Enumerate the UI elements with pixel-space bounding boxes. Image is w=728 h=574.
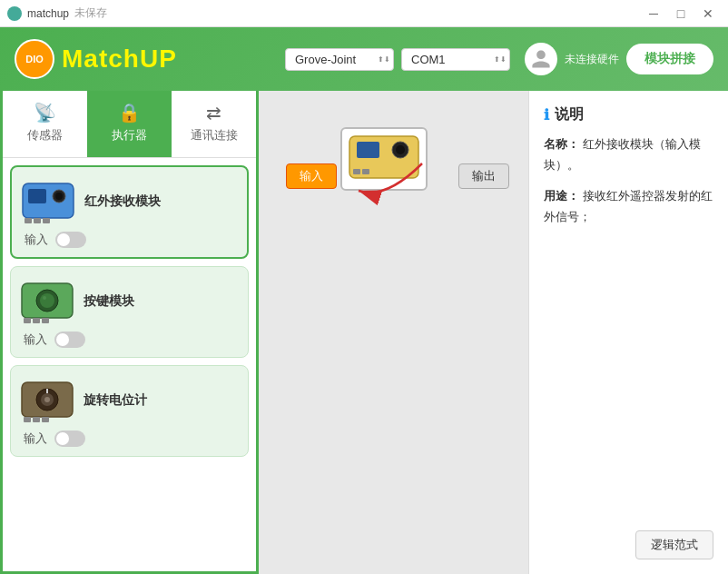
svg-rect-23 (357, 142, 379, 158)
tab-actuator-label: 执行器 (112, 127, 147, 144)
canvas-input-block[interactable]: 输入 (286, 163, 337, 189)
module-pot-img (20, 375, 74, 425)
module-list: 红外接收模块 输入 (3, 158, 256, 571)
svg-rect-26 (353, 169, 360, 174)
canvas-output-block[interactable]: 输出 (458, 163, 509, 189)
module-btn-img (20, 276, 74, 326)
app-subtitle: 未保存 (74, 5, 107, 21)
module-btn-top: 按键模块 (20, 276, 239, 326)
tab-comms[interactable]: ⇄ 通讯连接 (172, 91, 256, 157)
main-content: 📡 传感器 🔒 执行器 ⇄ 通讯连接 (0, 91, 728, 574)
logo-match: Match (62, 45, 140, 73)
module-ir-bottom: 输入 (21, 232, 238, 248)
svg-point-3 (55, 193, 63, 200)
output-label: 输出 (472, 169, 496, 183)
user-icon (530, 48, 552, 70)
svg-point-9 (40, 293, 54, 308)
connect-area: 未连接硬件 模块拼接 (525, 43, 713, 75)
svg-rect-11 (24, 318, 31, 323)
info-name-label: 名称： (544, 137, 579, 151)
logo-area: DIO MatchUP (15, 39, 177, 79)
canvas-area[interactable]: 输入 输出 (259, 91, 528, 574)
tab-comms-label: 通讯连接 (191, 127, 238, 144)
titlebar: matchup 未保存 ─ □ ✕ (0, 0, 728, 27)
logo-up: UP (140, 45, 177, 73)
tab-sensor[interactable]: 📡 传感器 (3, 91, 87, 157)
svg-rect-1 (28, 189, 46, 203)
pot-module-svg (20, 375, 74, 425)
module-pot-toggle[interactable] (54, 430, 85, 447)
app-title: matchup (27, 7, 69, 20)
info-title: 说明 (555, 105, 584, 124)
module-ir-toggle[interactable] (55, 232, 86, 248)
titlebar-left: matchup 未保存 (7, 5, 107, 21)
svg-point-18 (44, 397, 50, 402)
app-icon (7, 6, 22, 21)
actuator-icon: 🔒 (118, 102, 141, 124)
comms-icon: ⇄ (206, 102, 221, 124)
module-btn-toggle[interactable] (54, 332, 85, 348)
device-select-wrapper: Grove-Joint (285, 48, 394, 71)
tab-actuator[interactable]: 🔒 执行器 (87, 91, 172, 157)
device-select[interactable]: Grove-Joint (285, 48, 394, 71)
btn-module-svg (20, 276, 74, 326)
module-ir-receiver[interactable]: 红外接收模块 输入 (10, 165, 249, 259)
logo-badge: DIO (15, 39, 54, 79)
module-pot-top: 旋转电位计 (20, 375, 239, 425)
module-pot-bottom: 输入 (20, 430, 239, 447)
ir-module-svg (21, 176, 75, 226)
info-usage-label: 用途： (544, 189, 579, 203)
canvas-module-svg (348, 134, 420, 180)
svg-point-10 (43, 296, 46, 300)
module-ir-type: 输入 (25, 232, 48, 248)
input-label: 输入 (300, 169, 323, 183)
user-avatar (525, 43, 557, 75)
svg-rect-4 (25, 218, 32, 223)
module-ir-top: 红外接收模块 (21, 176, 238, 226)
module-button[interactable]: 按键模块 输入 (10, 266, 249, 358)
titlebar-controls: ─ □ ✕ (641, 4, 721, 24)
sensor-icon: 📡 (34, 102, 56, 124)
module-potentiometer[interactable]: 旋转电位计 输入 (10, 365, 249, 457)
module-btn-name: 按键模块 (84, 293, 134, 310)
svg-rect-6 (43, 218, 50, 223)
module-ir-name: 红外接收模块 (84, 193, 161, 210)
svg-rect-12 (33, 318, 40, 323)
logic-btn[interactable]: 逻辑范式 (635, 530, 713, 559)
module-pot-name: 旋转电位计 (84, 392, 147, 409)
port-select-wrapper: COM1 (401, 48, 510, 71)
maximize-button[interactable]: □ (668, 4, 694, 24)
info-panel: ℹ 说明 名称： 红外接收模块（输入模块）。 用途： 接收红外遥控器发射的红外信… (528, 91, 728, 574)
device-dropdown-group: Grove-Joint COM1 (285, 48, 510, 71)
svg-point-25 (396, 145, 405, 154)
module-btn-bottom: 输入 (20, 332, 239, 348)
canvas-module-block[interactable] (340, 127, 428, 191)
header: DIO MatchUP Grove-Joint COM1 未连接硬件 模块拼接 (0, 27, 728, 91)
minimize-button[interactable]: ─ (641, 4, 666, 24)
tab-sensor-label: 传感器 (27, 127, 63, 144)
connect-status: 未连接硬件 (565, 52, 619, 67)
info-usage-row: 用途： 接收红外遥控器发射的红外信号； (544, 185, 713, 228)
svg-rect-5 (34, 218, 41, 223)
module-btn-type: 输入 (24, 332, 47, 348)
module-ir-img (21, 176, 75, 226)
port-select[interactable]: COM1 (401, 48, 510, 71)
module-pot-type: 输入 (24, 430, 47, 447)
info-name-row: 名称： 红外接收模块（输入模块）。 (544, 134, 713, 176)
svg-rect-20 (33, 417, 40, 422)
sidebar: 📡 传感器 🔒 执行器 ⇄ 通讯连接 (0, 91, 259, 574)
close-button[interactable]: ✕ (695, 4, 721, 24)
info-icon: ℹ (544, 106, 549, 124)
info-header: ℹ 说明 (544, 105, 713, 124)
connect-button[interactable]: 模块拼接 (626, 44, 713, 74)
sidebar-tabs: 📡 传感器 🔒 执行器 ⇄ 通讯连接 (3, 91, 256, 158)
svg-rect-13 (42, 318, 49, 323)
svg-rect-19 (24, 417, 31, 422)
svg-rect-27 (362, 169, 369, 174)
svg-rect-21 (42, 417, 49, 422)
logo-text: MatchUP (62, 45, 177, 74)
